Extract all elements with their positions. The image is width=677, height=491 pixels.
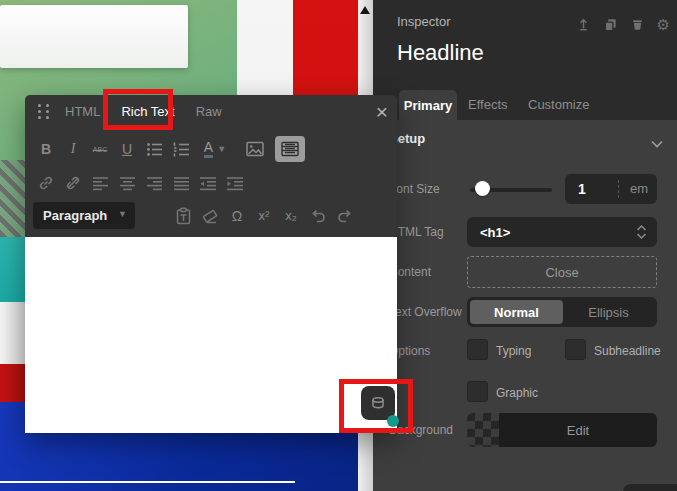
strikethrough-button[interactable]: ABC xyxy=(87,136,113,162)
editor-toolbar: B I ABC U A ▼ xyxy=(25,128,397,237)
drag-handle-icon[interactable] xyxy=(38,104,49,119)
text-overflow-label: Text Overflow xyxy=(389,305,462,319)
font-size-value-box[interactable]: 1 em xyxy=(565,174,657,204)
background-edit-button[interactable]: Edit xyxy=(499,413,657,447)
subheadline-label: Subheadline xyxy=(594,344,661,358)
align-center-button[interactable] xyxy=(114,170,140,196)
align-justify-button[interactable] xyxy=(168,170,194,196)
insert-image-button[interactable] xyxy=(242,136,268,162)
tab-customize[interactable]: Customize xyxy=(528,97,589,112)
chevron-down-icon: ▼ xyxy=(118,209,127,219)
font-size-unit[interactable]: em xyxy=(621,181,657,196)
link-button[interactable] xyxy=(33,170,59,196)
annotation-data-button-highlight xyxy=(339,379,413,433)
inspector-title: Inspector xyxy=(397,14,450,29)
canvas-white-band[interactable] xyxy=(0,302,25,364)
typing-label: Typing xyxy=(496,344,531,358)
scroll-up-arrow-icon[interactable] xyxy=(360,6,370,14)
paragraph-style-select[interactable]: Paragraph ▼ xyxy=(33,202,135,229)
align-left-button[interactable] xyxy=(87,170,113,196)
subheadline-checkbox[interactable] xyxy=(565,339,586,360)
clear-formatting-button[interactable] xyxy=(197,203,223,229)
canvas-white-card[interactable] xyxy=(0,5,188,68)
redo-button[interactable] xyxy=(332,203,358,229)
tab-effects[interactable]: Effects xyxy=(468,97,508,112)
bold-button[interactable]: B xyxy=(33,136,59,162)
editor-header[interactable]: HTML Rich Text Raw × xyxy=(25,95,397,128)
trash-icon[interactable] xyxy=(630,17,645,32)
canvas-hatched-band[interactable] xyxy=(0,160,25,237)
inspector-header-icons: ⚙ xyxy=(576,17,670,32)
html-tag-select[interactable]: <h1> xyxy=(467,217,657,247)
close-icon[interactable]: × xyxy=(376,97,388,127)
undo-button[interactable] xyxy=(305,203,331,229)
typing-checkbox[interactable] xyxy=(467,339,488,360)
underline-button[interactable]: U xyxy=(114,136,140,162)
special-character-button[interactable]: Ω xyxy=(224,203,250,229)
inspector-panel: Inspector ⚙ Headline P xyxy=(373,0,677,491)
duplicate-icon[interactable] xyxy=(603,17,618,32)
graphic-label: Graphic xyxy=(496,386,538,400)
canvas-red-band[interactable] xyxy=(0,364,25,402)
canvas-white-divider xyxy=(0,481,295,483)
graphic-checkbox[interactable] xyxy=(467,381,488,402)
inspector-body: Setup Font Size 1 em HTML Tag <h1> xyxy=(373,120,677,491)
align-right-button[interactable] xyxy=(141,170,167,196)
overflow-normal-option[interactable]: Normal xyxy=(470,300,563,324)
tab-primary[interactable]: Primary xyxy=(399,90,457,120)
pin-icon[interactable] xyxy=(576,17,591,32)
font-size-value[interactable]: 1 xyxy=(578,181,586,197)
paste-button[interactable] xyxy=(170,203,196,229)
italic-button[interactable]: I xyxy=(60,136,86,162)
text-overflow-segmented-control: Normal Ellipsis xyxy=(467,297,657,327)
insert-table-button[interactable] xyxy=(275,136,305,162)
overflow-ellipsis-option[interactable]: Ellipsis xyxy=(563,300,654,324)
element-name-heading: Headline xyxy=(397,40,484,66)
tab-html[interactable]: HTML xyxy=(65,104,100,119)
unlink-button[interactable] xyxy=(60,170,86,196)
canvas-teal-band[interactable] xyxy=(0,237,25,302)
content-close-button[interactable]: Close xyxy=(467,256,657,288)
indent-button[interactable] xyxy=(222,170,248,196)
tab-raw[interactable]: Raw xyxy=(196,104,222,119)
chevron-down-icon[interactable] xyxy=(651,134,663,152)
annotation-rich-text-highlight xyxy=(103,89,173,130)
value-divider xyxy=(618,180,619,198)
background-transparency-swatch[interactable] xyxy=(467,413,499,447)
bullet-list-button[interactable] xyxy=(141,136,167,162)
html-tag-value: <h1> xyxy=(480,225,510,240)
html-tag-label: HTML Tag xyxy=(389,225,444,239)
bottom-panel-peek xyxy=(623,484,677,491)
app-window: Inspector ⚙ Headline P xyxy=(0,0,677,491)
gear-icon[interactable]: ⚙ xyxy=(657,17,670,32)
superscript-button[interactable]: x² xyxy=(251,203,277,229)
outdent-button[interactable] xyxy=(195,170,221,196)
select-chevrons-icon xyxy=(636,224,647,244)
font-color-button[interactable]: A ▼ xyxy=(195,136,235,162)
numbered-list-button[interactable] xyxy=(168,136,194,162)
font-size-slider-handle[interactable] xyxy=(475,181,490,196)
subscript-button[interactable]: x₂ xyxy=(278,203,304,229)
chevron-down-icon: ▼ xyxy=(217,144,226,154)
